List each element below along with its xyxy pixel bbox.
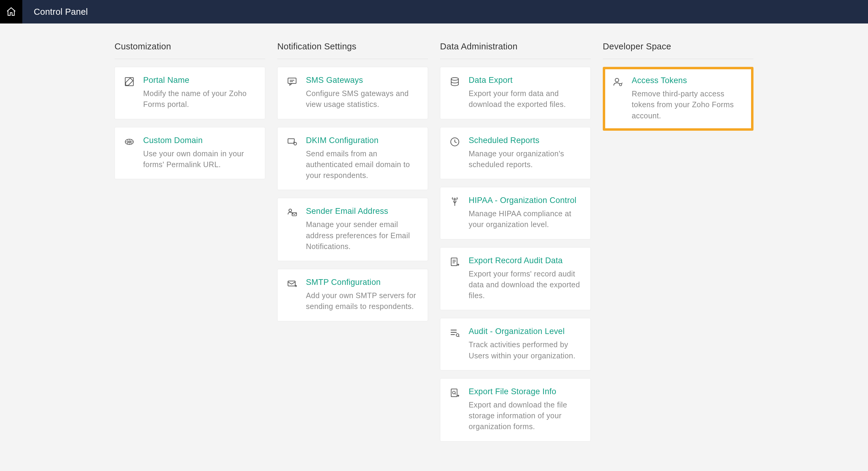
settings-card[interactable]: DKIM ConfigurationSend emails from an au… — [277, 127, 428, 190]
mail-user-icon — [287, 207, 298, 218]
settings-card[interactable]: SMTP ConfigurationAdd your own SMTP serv… — [277, 269, 428, 321]
card-description: Export your forms' record audit data and… — [469, 268, 581, 301]
settings-card[interactable]: Audit - Organization LevelTrack activiti… — [440, 318, 591, 370]
key-icon — [287, 136, 298, 147]
settings-card[interactable]: Export Record Audit DataExport your form… — [440, 247, 591, 310]
doc-export-icon — [450, 257, 460, 267]
card-body: Portal NameModify the name of your Zoho … — [143, 76, 256, 110]
card-title: Data Export — [469, 76, 581, 85]
section-column: CustomizationPortal NameModify the name … — [115, 41, 265, 449]
section-column: Data AdministrationData ExportExport you… — [440, 41, 591, 449]
card-description: Modify the name of your Zoho Forms porta… — [143, 88, 256, 110]
card-title: Access Tokens — [632, 76, 744, 85]
card-body: Scheduled ReportsManage your organizatio… — [469, 136, 581, 170]
card-body: SMS GatewaysConfigure SMS gateways and v… — [306, 76, 418, 110]
section-title: Customization — [115, 41, 265, 59]
card-body: SMTP ConfigurationAdd your own SMTP serv… — [306, 278, 418, 312]
card-body: Audit - Organization LevelTrack activiti… — [469, 327, 581, 361]
mail-send-icon — [287, 278, 298, 289]
card-description: Manage HIPAA compliance at your organiza… — [469, 208, 581, 230]
card-description: Remove third-party access tokens from yo… — [632, 88, 744, 121]
card-title: DKIM Configuration — [306, 136, 418, 145]
card-title: Export Record Audit Data — [469, 256, 581, 265]
card-title: Export File Storage Info — [469, 387, 581, 396]
edit-icon — [124, 76, 135, 87]
list-search-icon — [450, 327, 460, 338]
card-description: Manage your organization's scheduled rep… — [469, 148, 581, 170]
globe-icon — [124, 136, 135, 147]
settings-card[interactable]: Export File Storage InfoExport and downl… — [440, 378, 591, 441]
section-title: Developer Space — [603, 41, 753, 59]
card-body: Sender Email AddressManage your sender e… — [306, 207, 418, 252]
card-description: Add your own SMTP servers for sending em… — [306, 290, 418, 312]
card-description: Export your form data and download the e… — [469, 88, 581, 110]
card-title: SMS Gateways — [306, 76, 418, 85]
card-body: Access TokensRemove third-party access t… — [632, 76, 744, 121]
app-header: Control Panel — [0, 0, 868, 24]
card-title: Custom Domain — [143, 136, 256, 145]
content-area: CustomizationPortal NameModify the name … — [0, 24, 868, 449]
doc-search-icon — [450, 388, 460, 398]
card-description: Manage your sender email address prefere… — [306, 219, 418, 252]
section-column: Developer SpaceAccess TokensRemove third… — [603, 41, 753, 449]
card-description: Export and download the file storage inf… — [469, 399, 581, 432]
card-body: Export File Storage InfoExport and downl… — [469, 387, 581, 432]
page-title: Control Panel — [34, 7, 88, 17]
clock-icon — [450, 136, 460, 147]
card-body: HIPAA - Organization ControlManage HIPAA… — [469, 196, 581, 230]
section-column: Notification SettingsSMS GatewaysConfigu… — [277, 41, 428, 449]
database-icon — [450, 76, 460, 87]
card-body: DKIM ConfigurationSend emails from an au… — [306, 136, 418, 181]
card-title: Sender Email Address — [306, 207, 418, 216]
settings-card[interactable]: Portal NameModify the name of your Zoho … — [115, 67, 265, 119]
card-title: HIPAA - Organization Control — [469, 196, 581, 205]
user-key-icon — [613, 76, 623, 87]
chat-icon — [287, 76, 298, 87]
card-title: Audit - Organization Level — [469, 327, 581, 336]
settings-card[interactable]: Access TokensRemove third-party access t… — [603, 67, 753, 131]
card-description: Send emails from an authenticated email … — [306, 148, 418, 181]
card-description: Use your own domain in your forms' Perma… — [143, 148, 256, 170]
medical-icon — [450, 196, 460, 207]
card-body: Data ExportExport your form data and dow… — [469, 76, 581, 110]
settings-card[interactable]: SMS GatewaysConfigure SMS gateways and v… — [277, 67, 428, 119]
settings-card[interactable]: Custom DomainUse your own domain in your… — [115, 127, 265, 179]
home-button[interactable] — [0, 0, 22, 24]
section-title: Notification Settings — [277, 41, 428, 59]
settings-card[interactable]: Sender Email AddressManage your sender e… — [277, 198, 428, 261]
section-title: Data Administration — [440, 41, 591, 59]
card-title: Scheduled Reports — [469, 136, 581, 145]
card-description: Track activities performed by Users with… — [469, 339, 581, 361]
settings-card[interactable]: Data ExportExport your form data and dow… — [440, 67, 591, 119]
settings-card[interactable]: HIPAA - Organization ControlManage HIPAA… — [440, 187, 591, 239]
card-title: SMTP Configuration — [306, 278, 418, 287]
card-title: Portal Name — [143, 76, 256, 85]
card-body: Export Record Audit DataExport your form… — [469, 256, 581, 301]
home-icon — [6, 6, 17, 17]
settings-card[interactable]: Scheduled ReportsManage your organizatio… — [440, 127, 591, 179]
card-description: Configure SMS gateways and view usage st… — [306, 88, 418, 110]
card-body: Custom DomainUse your own domain in your… — [143, 136, 256, 170]
